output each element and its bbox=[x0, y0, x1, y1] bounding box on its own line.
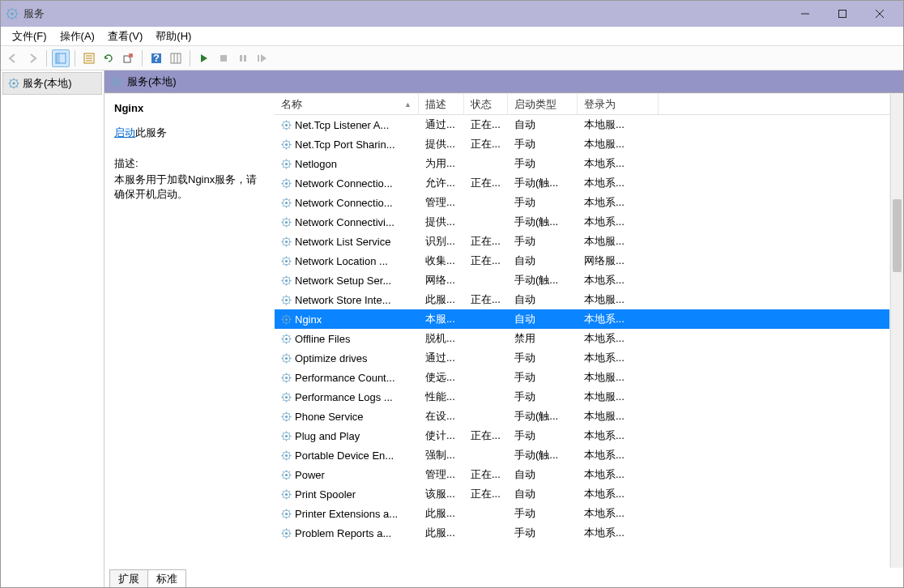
help-button[interactable]: ? bbox=[147, 49, 165, 67]
service-name: Performance Logs ... bbox=[295, 391, 393, 403]
column-startup-type[interactable]: 启动类型 bbox=[508, 94, 578, 114]
menu-help[interactable]: 帮助(H) bbox=[149, 28, 198, 45]
service-row[interactable]: Power管理...正在...自动本地系... bbox=[275, 465, 889, 484]
show-hide-tree-button[interactable] bbox=[52, 49, 70, 67]
nav-tree: 服务(本地) bbox=[1, 70, 104, 587]
service-action: 启动此服务 bbox=[114, 126, 265, 140]
svg-text:?: ? bbox=[153, 53, 160, 64]
service-logon: 本地系... bbox=[578, 428, 659, 443]
description-text: 本服务用于加载Nginx服务，请确保开机启动。 bbox=[114, 173, 265, 202]
column-status[interactable]: 状态 bbox=[464, 94, 508, 114]
service-row[interactable]: Offline Files脱机...禁用本地系... bbox=[275, 329, 889, 348]
export-button[interactable] bbox=[119, 49, 137, 67]
service-name: Net.Tcp Listener A... bbox=[295, 119, 389, 131]
service-desc: 网络... bbox=[419, 273, 464, 288]
service-row[interactable]: Performance Count...使远...手动本地服... bbox=[275, 368, 889, 387]
tab-standard[interactable]: 标准 bbox=[147, 569, 186, 588]
svg-rect-30 bbox=[258, 55, 259, 62]
service-logon: 本地服... bbox=[578, 234, 659, 249]
service-row[interactable]: Performance Logs ...性能...手动本地服... bbox=[275, 387, 889, 407]
menu-view[interactable]: 查看(V) bbox=[101, 28, 149, 45]
column-description[interactable]: 描述 bbox=[419, 94, 464, 114]
content-pane: 服务(本地) Nginx 启动此服务 描述: 本服务用于加载Nginx服务，请确… bbox=[104, 70, 903, 587]
gear-icon bbox=[281, 256, 292, 266]
menu-action[interactable]: 操作(A) bbox=[53, 28, 101, 45]
service-row[interactable]: Network Store Inte...此服...正在...自动本地服... bbox=[275, 290, 889, 309]
service-row[interactable]: Nginx本服...自动本地系... bbox=[275, 309, 889, 329]
service-logon: 本地服... bbox=[578, 390, 659, 404]
service-desc: 强制... bbox=[419, 448, 464, 462]
service-name: Plug and Play bbox=[295, 430, 360, 442]
service-desc: 允许... bbox=[419, 176, 464, 190]
service-desc: 该服... bbox=[419, 487, 464, 501]
service-row[interactable]: Netlogon为用...手动本地系... bbox=[275, 154, 889, 173]
menu-file[interactable]: 文件(F) bbox=[6, 28, 53, 45]
service-row[interactable]: Phone Service在设...手动(触...本地服... bbox=[275, 407, 889, 426]
service-startup: 手动(触... bbox=[508, 273, 578, 288]
service-row[interactable]: Net.Tcp Port Sharin...提供...正在...手动本地服... bbox=[275, 134, 889, 154]
services-list: 名称▲ 描述 状态 启动类型 登录为 Net.Tcp Listener A...… bbox=[275, 94, 890, 568]
scrollbar-thumb[interactable] bbox=[893, 199, 902, 272]
vertical-scrollbar[interactable] bbox=[890, 94, 903, 568]
titlebar[interactable]: 服务 bbox=[1, 1, 903, 27]
content-header: 服务(本地) bbox=[104, 70, 903, 93]
service-logon: 本地服... bbox=[578, 117, 659, 132]
column-logon-as[interactable]: 登录为 bbox=[578, 94, 659, 114]
service-name: Network Setup Ser... bbox=[295, 275, 391, 287]
service-logon: 本地服... bbox=[578, 409, 659, 424]
pause-service-button bbox=[234, 49, 252, 67]
nav-services-local[interactable]: 服务(本地) bbox=[2, 72, 102, 95]
selected-service-name: Nginx bbox=[114, 102, 265, 114]
service-desc: 此服... bbox=[419, 506, 464, 521]
tab-extended[interactable]: 扩展 bbox=[109, 569, 148, 588]
app-icon bbox=[6, 7, 19, 20]
service-row[interactable]: Net.Tcp Listener A...通过...正在...自动本地服... bbox=[275, 115, 889, 134]
gear-icon bbox=[281, 373, 292, 383]
gear-icon bbox=[281, 295, 292, 305]
service-logon: 本地系... bbox=[578, 448, 659, 462]
service-row[interactable]: Problem Reports a...此服...手动本地系... bbox=[275, 523, 889, 543]
service-startup: 手动(触... bbox=[508, 176, 578, 190]
service-startup: 手动 bbox=[508, 195, 578, 210]
refresh-button[interactable] bbox=[100, 49, 117, 67]
service-row[interactable]: Print Spooler该服...正在...自动本地系... bbox=[275, 484, 889, 504]
service-name: Network Store Inte... bbox=[295, 294, 391, 306]
service-row[interactable]: Portable Device En...强制...手动(触...本地系... bbox=[275, 445, 889, 465]
close-button[interactable] bbox=[861, 1, 898, 27]
service-row[interactable]: Optimize drives通过...手动本地系... bbox=[275, 348, 889, 368]
toolbar: ? bbox=[1, 46, 903, 70]
service-desc: 使远... bbox=[419, 370, 464, 385]
service-row[interactable]: Network List Service识别...正在...手动本地服... bbox=[275, 232, 889, 251]
service-row[interactable]: Network Location ...收集...正在...自动网络服... bbox=[275, 251, 889, 271]
service-logon: 本地服... bbox=[578, 370, 659, 385]
service-name: Network Connectivi... bbox=[295, 216, 394, 228]
columns-button[interactable] bbox=[167, 49, 185, 67]
service-row[interactable]: Network Setup Ser...网络...手动(触...本地系... bbox=[275, 271, 889, 290]
service-row[interactable]: Printer Extensions a...此服...手动本地系... bbox=[275, 504, 889, 523]
start-suffix: 此服务 bbox=[135, 126, 167, 138]
service-logon: 本地系... bbox=[578, 526, 659, 540]
start-link[interactable]: 启动 bbox=[114, 126, 135, 138]
start-service-button[interactable] bbox=[195, 49, 213, 67]
column-name[interactable]: 名称▲ bbox=[275, 94, 419, 114]
service-name: Power bbox=[295, 469, 325, 481]
back-button bbox=[4, 49, 22, 67]
properties-button[interactable] bbox=[80, 49, 98, 67]
gear-icon bbox=[281, 198, 292, 208]
service-row[interactable]: Network Connectivi...提供...手动(触...本地系... bbox=[275, 212, 889, 232]
minimize-button[interactable] bbox=[787, 1, 824, 27]
view-tabs: 扩展 标准 bbox=[104, 568, 903, 587]
service-logon: 本地服... bbox=[578, 137, 659, 151]
service-name: Nginx bbox=[295, 313, 322, 326]
service-row[interactable]: Plug and Play使计...正在...手动本地系... bbox=[275, 426, 889, 445]
service-row[interactable]: Network Connectio...管理...手动本地系... bbox=[275, 193, 889, 212]
maximize-button[interactable] bbox=[824, 1, 861, 27]
service-status: 正在... bbox=[464, 254, 508, 268]
service-row[interactable]: Network Connectio...允许...正在...手动(触...本地系… bbox=[275, 173, 889, 193]
service-desc: 管理... bbox=[419, 467, 464, 482]
service-desc: 收集... bbox=[419, 254, 464, 268]
list-body[interactable]: Net.Tcp Listener A...通过...正在...自动本地服...N… bbox=[275, 115, 889, 568]
service-logon: 本地系... bbox=[578, 273, 659, 288]
gear-icon bbox=[281, 120, 292, 130]
service-startup: 自动 bbox=[508, 254, 578, 268]
